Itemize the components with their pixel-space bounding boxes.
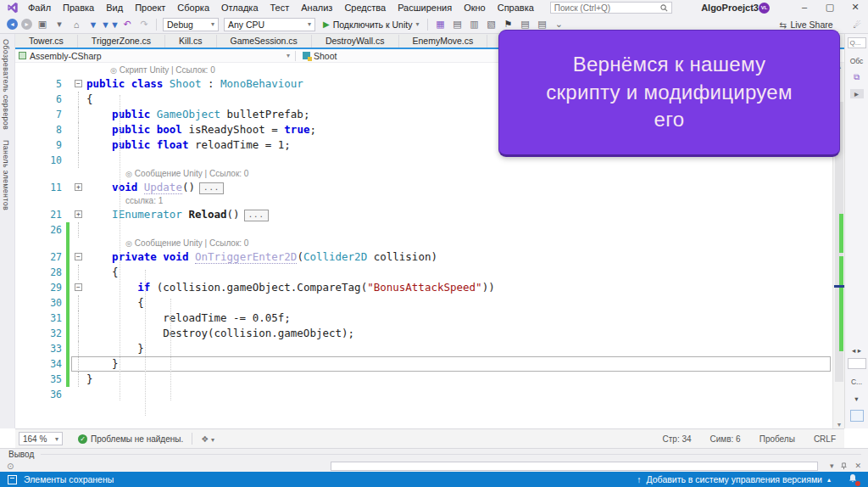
properties-grid-icon[interactable] xyxy=(850,410,864,422)
collapsed-region-box[interactable]: ... xyxy=(199,182,224,194)
diff-margin-icon[interactable]: ❖ ▾ xyxy=(201,434,214,444)
fold-guide xyxy=(78,92,79,107)
properties-collapsed-label[interactable]: С... xyxy=(851,378,862,386)
collapse-all-icon[interactable]: ▸ xyxy=(850,89,864,98)
menu-2[interactable]: Вид xyxy=(100,0,129,15)
notifications-bell-icon[interactable] xyxy=(848,473,858,485)
codelens-row[interactable]: ◎Сообщение Unity | Ссылок: 0 xyxy=(15,238,832,249)
menu-3[interactable]: Проект xyxy=(129,0,171,15)
code-line-21[interactable]: 21+ IEnumerator Reload()... xyxy=(15,207,832,222)
close-panel-icon[interactable]: ✕ xyxy=(854,462,861,470)
code-line-11[interactable]: 11+ void Update()... xyxy=(15,180,832,195)
live-share-button[interactable]: Live Share xyxy=(790,20,832,30)
codelens-text[interactable]: Сообщение Unity | Ссылок: 0 xyxy=(135,169,249,178)
zoom-dropdown[interactable]: 164 %▾ xyxy=(19,432,63,445)
account-avatar[interactable]: VL xyxy=(759,3,770,14)
solution-search-box[interactable]: Q... xyxy=(848,37,866,48)
collapse-region-icon[interactable]: − xyxy=(75,80,82,87)
save-icon[interactable]: ▼ xyxy=(86,18,101,31)
step-into-icon[interactable]: ▧ xyxy=(483,18,498,31)
scroll-down-icon[interactable]: ▼ xyxy=(833,422,844,428)
collapse-region-icon[interactable]: − xyxy=(75,283,82,291)
project-dropdown[interactable]: Assembly-CSharp ▾ xyxy=(15,51,295,61)
solution-configurations-dropdown[interactable]: Debug▾ xyxy=(163,18,219,31)
navigate-forward-icon[interactable]: ▸ xyxy=(21,19,32,30)
code-line-35[interactable]: 35} xyxy=(15,372,832,387)
chevron-down-icon: ▾ xyxy=(206,20,214,28)
output-panel-title[interactable]: Вывод xyxy=(8,450,34,459)
sync-document-icon[interactable]: ⧉ xyxy=(854,72,860,82)
code-line-30[interactable]: 30 { xyxy=(15,295,832,311)
menu-11[interactable]: Справка xyxy=(492,0,540,15)
feedback-icon[interactable]: ☄ xyxy=(854,20,861,30)
navigate-backward-icon[interactable]: ◂ xyxy=(7,19,18,30)
save-all-icon[interactable]: ▼▼ xyxy=(103,18,118,31)
eol-indicator[interactable]: CRLF xyxy=(814,434,836,444)
chevron-down-icon[interactable]: ▾ xyxy=(830,462,834,470)
menu-4[interactable]: Сборка xyxy=(171,0,215,15)
output-source-dropdown[interactable] xyxy=(331,462,818,471)
code-line-31[interactable]: 31 reloadTime -= 0.05f; xyxy=(15,311,832,326)
add-to-source-control-button[interactable]: Добавить в систему управления версиями xyxy=(647,474,822,484)
codelens-row[interactable]: ссылка: 1 xyxy=(15,195,832,207)
minimize-button[interactable]: – xyxy=(792,0,817,15)
pager-arrows[interactable]: ◂ ▸ xyxy=(852,346,861,355)
menu-9[interactable]: Расширения xyxy=(392,0,458,15)
close-button[interactable]: ✕ xyxy=(843,0,868,15)
redo-icon[interactable]: ↷ xyxy=(136,18,152,31)
spaces-indicator[interactable]: Пробелы xyxy=(760,434,795,444)
document-tab-destroywall-cs[interactable]: DestroyWall.cs xyxy=(312,35,399,48)
expand-region-icon[interactable]: + xyxy=(75,183,82,191)
code-line-29[interactable]: 29− if (collision.gameObject.CompareTag(… xyxy=(15,280,832,295)
menu-8[interactable]: Средства xyxy=(338,0,392,15)
attach-to-unity-button[interactable]: ▶ Подключить к Unity ▾ xyxy=(323,20,419,30)
type-dropdown[interactable]: Shoot xyxy=(296,51,337,61)
maximize-button[interactable]: ▢ xyxy=(817,0,843,15)
attach-unity-icon[interactable]: ▦ xyxy=(432,18,448,31)
menu-7[interactable]: Анализ xyxy=(295,0,338,15)
menu-1[interactable]: Правка xyxy=(57,0,100,15)
undo-icon[interactable]: ↶ xyxy=(120,18,135,31)
column-indicator[interactable]: Симв: 6 xyxy=(710,434,741,444)
menu-5[interactable]: Отладка xyxy=(215,0,264,15)
quick-search-box[interactable]: Поиск (Ctrl+Q) xyxy=(550,2,672,14)
code-health-indicator[interactable]: ✓ Проблемы не найдены. xyxy=(78,434,183,444)
codelens-row[interactable]: ◎Сообщение Unity | Ссылок: 0 xyxy=(15,168,832,180)
snapshot-icon[interactable]: ▤ xyxy=(449,18,465,31)
new-window-icon[interactable]: ▣ xyxy=(35,18,50,31)
code-line-36[interactable]: 36 xyxy=(15,387,832,402)
code-line-33[interactable]: 33 } xyxy=(15,341,832,356)
collapsed-region-box[interactable]: ... xyxy=(244,210,269,221)
expand-region-icon[interactable]: + xyxy=(75,210,82,218)
menu-10[interactable]: Окно xyxy=(458,0,492,15)
pin-icon[interactable] xyxy=(840,462,848,470)
line-indicator[interactable]: Стр: 34 xyxy=(663,434,692,444)
menu-0[interactable]: Файл xyxy=(22,0,57,15)
toolbox-tab[interactable]: Панель элементов xyxy=(0,135,12,216)
menu-6[interactable]: Тест xyxy=(264,0,296,15)
code-token: GameObject xyxy=(157,108,220,120)
document-tab-triggerzone-cs[interactable]: TriggerZone.cs xyxy=(78,35,165,48)
dropdown-icon[interactable]: ▾ xyxy=(52,18,67,31)
chevron-down-icon[interactable]: ▾ xyxy=(854,395,858,403)
document-tab-enemymove-cs[interactable]: EnemyMove.cs xyxy=(399,35,488,48)
document-tab-kill-cs[interactable]: Kill.cs xyxy=(165,35,216,48)
code-line-26[interactable]: 26 xyxy=(15,222,832,238)
code-line-34[interactable]: 34 } xyxy=(15,356,832,372)
step-over-icon[interactable]: ▥ xyxy=(466,18,481,31)
collapse-region-icon[interactable]: − xyxy=(75,253,82,260)
open-file-icon[interactable]: ⌂ xyxy=(69,18,84,31)
code-token: Reload xyxy=(188,208,226,221)
document-tab-tower-cs[interactable]: Tower.cs xyxy=(15,35,78,48)
solution-platforms-dropdown[interactable]: Any CPU▾ xyxy=(224,18,315,31)
code-line-32[interactable]: 32 Destroy(collision.gameObject); xyxy=(15,326,832,341)
document-tab-gamesession-cs[interactable]: GameSession.cs xyxy=(217,35,312,48)
server-explorer-tab[interactable]: Обозреватель серверов xyxy=(0,34,12,135)
codelens-text[interactable]: ссылка: 1 xyxy=(125,196,163,205)
codelens-text[interactable]: Скрипт Unity | Ссылок: 0 xyxy=(120,65,215,75)
solution-explorer-collapsed-label[interactable]: Обс xyxy=(850,57,864,65)
code-token: : xyxy=(201,77,220,90)
code-line-28[interactable]: 28 { xyxy=(15,265,832,280)
code-line-27[interactable]: 27− private void OnTriggerEnter2D(Collid… xyxy=(15,249,832,265)
codelens-text[interactable]: Сообщение Unity | Ссылок: 0 xyxy=(135,238,249,248)
